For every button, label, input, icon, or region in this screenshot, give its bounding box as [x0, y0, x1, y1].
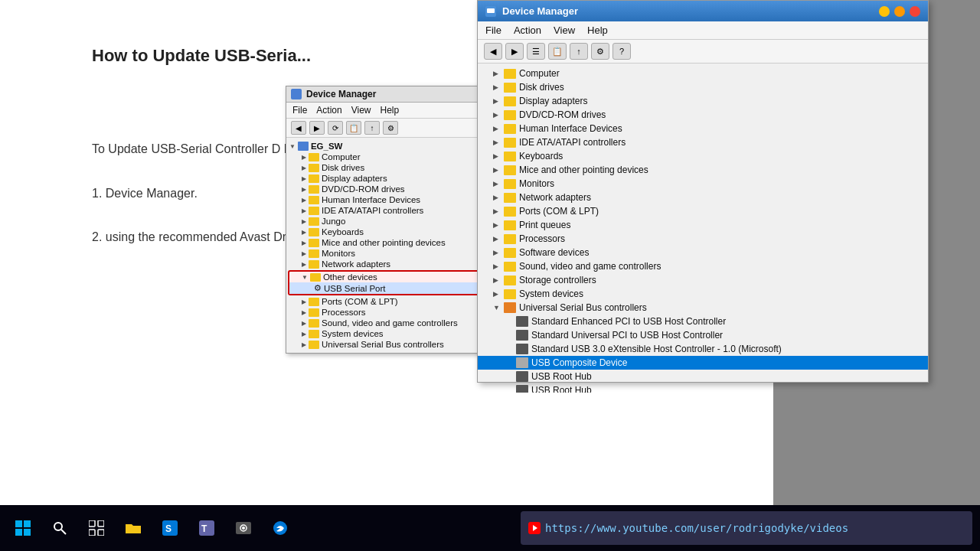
item-label: Computer: [322, 152, 361, 161]
list-item[interactable]: ▶ Mice and other pointing devices: [286, 237, 481, 248]
back-btn[interactable]: ◀: [484, 43, 502, 60]
usb-root-hub-1-item[interactable]: USB Root Hub: [478, 370, 928, 383]
usb-host-controller-2-item[interactable]: Standard Universal PCI to USB Host Contr…: [478, 328, 928, 342]
chevron-icon: ▶: [493, 180, 501, 187]
dm-large-menu-file[interactable]: File: [485, 24, 501, 36]
dm-small-more-btn[interactable]: ⚙: [383, 121, 398, 135]
item-label: System devices: [322, 329, 384, 338]
dm-small-refresh-btn[interactable]: ⟳: [328, 121, 343, 135]
usb-serial-port-item[interactable]: ⚙ USB Serial Port: [289, 282, 478, 294]
dm-small-menu-help[interactable]: Help: [381, 105, 400, 116]
usb-host-controller-1-item[interactable]: Standard Enhanced PCI to USB Host Contro…: [478, 315, 928, 328]
item-label: Disk drives: [322, 163, 364, 172]
list-item[interactable]: ▶ Jungo: [286, 216, 481, 227]
list-item[interactable]: ▶ Sound, video and game controllers: [478, 259, 928, 273]
camera-btn[interactable]: [228, 513, 259, 543]
dm-small-root-label: EG_SW: [311, 142, 343, 151]
list-item[interactable]: ▶ Universal Serial Bus controllers: [286, 339, 481, 350]
url-bar[interactable]: https://www.youtube.com/user/rodrigodyke…: [521, 511, 972, 545]
list-item[interactable]: ▶ Computer: [478, 67, 928, 80]
dm-small-update-btn[interactable]: ↑: [364, 121, 380, 135]
list-item[interactable]: ▶ System devices: [286, 328, 481, 339]
usb-section-label: Universal Serial Bus controllers: [519, 302, 647, 313]
svg-text:T: T: [201, 523, 207, 534]
help-btn[interactable]: ?: [612, 43, 631, 60]
close-btn[interactable]: [910, 6, 920, 17]
windows-start-btn[interactable]: [8, 513, 38, 543]
dm-large-title: Device Manager: [502, 5, 578, 17]
item-label: IDE ATA/ATAPI controllers: [322, 206, 423, 215]
usb-root-hub-2-item[interactable]: USB Root Hub: [478, 383, 928, 393]
list-item[interactable]: ▶ Monitors: [286, 248, 481, 259]
list-item[interactable]: ▶ Keyboards: [478, 149, 928, 163]
other-devices-item[interactable]: ▼ Other devices: [289, 272, 478, 282]
folder-icon: [504, 110, 516, 120]
config-btn[interactable]: ⚙: [591, 43, 609, 60]
list-item[interactable]: ▶ Monitors: [478, 177, 928, 191]
list-item[interactable]: ▶ IDE ATA/ATAPI controllers: [286, 205, 481, 216]
dm-small-root[interactable]: ▼ EG_SW: [286, 141, 481, 152]
list-item[interactable]: ▶ Disk drives: [286, 162, 481, 173]
list-item[interactable]: ▶ Processors: [286, 307, 481, 318]
chevron-icon: ▶: [302, 186, 306, 193]
store-btn[interactable]: S: [155, 513, 185, 543]
properties-btn[interactable]: 📋: [548, 43, 567, 60]
list-item[interactable]: ▶ Keyboards: [286, 227, 481, 237]
edge-icon: [273, 520, 288, 536]
list-item[interactable]: ▶ DVD/CD-ROM drives: [286, 184, 481, 194]
list-item[interactable]: ▶ Human Interface Devices: [286, 194, 481, 205]
list-item[interactable]: ▶ Disk drives: [478, 80, 928, 94]
list-item[interactable]: ▶ Network adapters: [286, 259, 481, 269]
list-item[interactable]: ▶ Computer: [286, 152, 481, 162]
folder-icon: [309, 207, 319, 215]
dm-small-back-btn[interactable]: ◀: [291, 121, 306, 135]
list-item[interactable]: ▶ Processors: [478, 232, 928, 246]
list-item[interactable]: ▶ Ports (COM & LPT): [286, 296, 481, 307]
chevron-icon: ▶: [493, 276, 501, 284]
list-item[interactable]: ▶ Display adapters: [478, 94, 928, 108]
teams-btn[interactable]: T: [191, 513, 222, 543]
list-item[interactable]: ▶ Storage controllers: [478, 273, 928, 287]
usb-composite-device-item[interactable]: USB Composite Device: [478, 356, 928, 370]
list-item[interactable]: ▶ Network adapters: [478, 191, 928, 204]
dm-small-menu-view[interactable]: View: [351, 105, 371, 116]
svg-line-7: [61, 530, 66, 534]
list-item[interactable]: ▶ IDE ATA/ATAPI controllers: [478, 135, 928, 149]
minimize-btn[interactable]: [879, 6, 890, 17]
usb-icon: ⚙: [314, 283, 322, 293]
svg-rect-11: [98, 530, 104, 536]
fwd-btn[interactable]: ▶: [505, 43, 524, 60]
details-view-btn[interactable]: ☰: [527, 43, 545, 60]
list-item[interactable]: ▶ Mice and other pointing devices: [478, 163, 928, 177]
usb-30-controller-item[interactable]: Standard USB 3.0 eXtensible Host Control…: [478, 342, 928, 356]
chevron-icon: ▶: [493, 290, 501, 298]
dm-large-menu-help[interactable]: Help: [587, 24, 608, 36]
update-btn[interactable]: ↑: [570, 43, 588, 60]
item-label: Keyboards: [322, 227, 364, 236]
usb-controllers-section[interactable]: ▼ Universal Serial Bus controllers: [478, 301, 928, 315]
list-item[interactable]: ▶ Print queues: [478, 218, 928, 232]
dm-large-menu-view[interactable]: View: [554, 24, 575, 36]
chevron-icon: ▶: [493, 194, 501, 201]
usb-serial-port-label: USB Serial Port: [324, 284, 386, 293]
folder-icon: [504, 220, 516, 230]
dm-small-menu-action[interactable]: Action: [316, 105, 341, 116]
search-btn[interactable]: [44, 513, 75, 543]
task-view-btn[interactable]: [81, 513, 112, 543]
edge-btn[interactable]: [265, 513, 296, 543]
file-explorer-btn[interactable]: [118, 513, 149, 543]
chevron-icon: ▶: [302, 229, 306, 236]
list-item[interactable]: ▶ DVD/CD-ROM drives: [478, 108, 928, 122]
list-item[interactable]: ▶ Display adapters: [286, 173, 481, 184]
list-item[interactable]: ▶ Human Interface Devices: [478, 122, 928, 135]
dm-small-menu-file[interactable]: File: [292, 105, 307, 116]
list-item[interactable]: ▶ Software devices: [478, 246, 928, 259]
dm-large-menu-action[interactable]: Action: [514, 24, 541, 36]
device-manager-large: Device Manager File Action View Help ◀ ▶…: [477, 0, 929, 383]
list-item[interactable]: ▶ Sound, video and game controllers: [286, 318, 481, 328]
dm-small-fwd-btn[interactable]: ▶: [309, 121, 325, 135]
maximize-btn[interactable]: [894, 6, 905, 17]
list-item[interactable]: ▶ Ports (COM & LPT): [478, 204, 928, 218]
list-item[interactable]: ▶ System devices: [478, 287, 928, 301]
dm-small-prop-btn[interactable]: 📋: [346, 121, 361, 135]
